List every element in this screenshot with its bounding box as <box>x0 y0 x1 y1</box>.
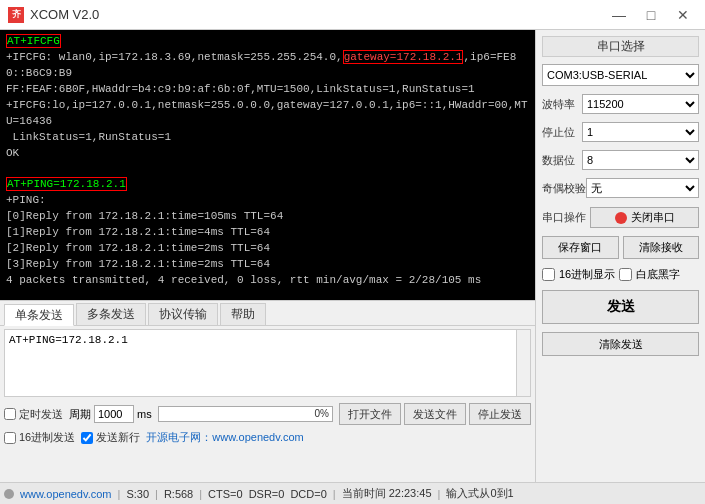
send-newline-label: 发送新行 <box>96 430 140 445</box>
terminal-line: AT+IFCFG <box>6 34 529 50</box>
send-button[interactable]: 发送 <box>542 290 699 324</box>
terminal-line: [1]Reply from 172.18.2.1:time=4ms TTL=64 <box>6 225 529 241</box>
main-area: AT+IFCFG +IFCFG: wlan0,ip=172.18.3.69,ne… <box>0 30 705 482</box>
app-title: XCOM V2.0 <box>30 7 99 22</box>
stopbit-select[interactable]: 1 <box>582 122 699 142</box>
parity-select[interactable]: 无 <box>586 178 699 198</box>
terminal-line <box>6 162 529 178</box>
input-scrollbar[interactable] <box>516 330 530 396</box>
file-btn-row: 打开文件 发送文件 停止发送 <box>339 403 531 425</box>
terminal-line: +IFCFG: wlan0,ip=172.18.3.69,netmask=255… <box>6 50 529 82</box>
status-cts: CTS=0 <box>208 488 243 500</box>
databit-label: 数据位 <box>542 153 582 168</box>
send-file-button[interactable]: 发送文件 <box>404 403 466 425</box>
timed-send-checkbox[interactable] <box>4 408 16 420</box>
action-btn-row: 保存窗口 清除接收 <box>542 236 699 259</box>
status-sep4: | <box>333 488 336 500</box>
status-sep3: | <box>199 488 202 500</box>
status-input-hint: 输入式从0到1 <box>446 486 513 501</box>
terminal-line: AT+PING=172.18.2.1 <box>6 177 529 193</box>
serial-ops-label: 串口操作 <box>542 210 586 225</box>
white-black-checkbox[interactable] <box>619 268 632 281</box>
close-serial-button[interactable]: 关闭串口 <box>590 207 699 228</box>
status-s: S:30 <box>126 488 149 500</box>
section-title: 串口选择 <box>542 36 699 57</box>
terminal-line: [3]Reply from 172.18.2.1:time=2ms TTL=64 <box>6 257 529 273</box>
app-icon: 齐 <box>8 7 24 23</box>
tab-protocol[interactable]: 协议传输 <box>148 303 218 325</box>
clear-send-button[interactable]: 清除发送 <box>542 332 699 356</box>
tab-help[interactable]: 帮助 <box>220 303 266 325</box>
hex-send-label: 16进制发送 <box>19 430 75 445</box>
cmd-at-ifcfg: AT+IFCFG <box>6 34 61 48</box>
parity-row: 奇偶校验 无 <box>542 178 699 198</box>
hex-send-checkbox[interactable] <box>4 432 16 444</box>
period-group: 周期 ms <box>69 405 152 423</box>
website-link: 开源电子网：www.openedv.com <box>146 430 304 445</box>
timed-send-checkbox-label[interactable]: 定时发送 <box>4 407 63 422</box>
hex16-display-checkbox[interactable] <box>542 268 555 281</box>
parity-label: 奇偶校验 <box>542 181 586 196</box>
timed-send-label: 定时发送 <box>19 407 63 422</box>
minimize-button[interactable]: — <box>605 5 633 25</box>
input-section: AT+PING=172.18.2.1 <box>4 329 531 397</box>
status-circle-item <box>4 489 14 499</box>
stopbit-row: 停止位 1 <box>542 122 699 142</box>
stopbit-label: 停止位 <box>542 125 582 140</box>
close-serial-label: 关闭串口 <box>631 210 675 225</box>
terminal-line: [0]Reply from 172.18.2.1:time=105ms TTL=… <box>6 209 529 225</box>
tab-multi-send[interactable]: 多条发送 <box>76 303 146 325</box>
title-bar: 齐 XCOM V2.0 — □ ✕ <box>0 0 705 30</box>
serial-ops-row: 串口操作 关闭串口 <box>542 207 699 228</box>
status-dcd: DCD=0 <box>290 488 326 500</box>
terminal-line: FF:FEAF:6B0F,HWaddr=b4:c9:b9:af:6b:0f,MT… <box>6 82 529 98</box>
terminal-line: OK <box>6 146 529 162</box>
gateway-highlight: gateway=172.18.2.1 <box>343 50 464 64</box>
baud-select[interactable]: 115200 <box>582 94 699 114</box>
save-window-button[interactable]: 保存窗口 <box>542 236 619 259</box>
progress-bar-container: 0% <box>158 406 333 422</box>
left-panel: AT+IFCFG +IFCFG: wlan0,ip=172.18.3.69,ne… <box>0 30 535 482</box>
status-sep5: | <box>438 488 441 500</box>
send-newline-checkbox-label[interactable]: 发送新行 <box>81 430 140 445</box>
close-button[interactable]: ✕ <box>669 5 697 25</box>
status-sep1: | <box>118 488 121 500</box>
status-indicator <box>4 489 14 499</box>
window-controls: — □ ✕ <box>605 5 697 25</box>
terminal-line: LinkStatus=1,RunStatus=1 <box>6 130 529 146</box>
hex16-display-label: 16进制显示 <box>559 267 615 282</box>
terminal-line: [2]Reply from 172.18.2.1:time=2ms TTL=64 <box>6 241 529 257</box>
send-input[interactable]: AT+PING=172.18.2.1 <box>5 330 516 396</box>
databit-select[interactable]: 8 <box>582 150 699 170</box>
terminal-area: AT+IFCFG +IFCFG: wlan0,ip=172.18.3.69,ne… <box>0 30 535 300</box>
baud-row: 波特率 115200 <box>542 94 699 114</box>
right-panel: 串口选择 COM3:USB-SERIAL 波特率 115200 停止位 1 数据… <box>535 30 705 482</box>
ms-label: ms <box>137 408 152 420</box>
stop-send-button[interactable]: 停止发送 <box>469 403 531 425</box>
status-bar: www.openedv.com | S:30 | R:568 | CTS=0 D… <box>0 482 705 504</box>
white-black-label: 白底黑字 <box>636 267 680 282</box>
terminal-line: +PING: <box>6 193 529 209</box>
databit-row: 数据位 8 <box>542 150 699 170</box>
ping-cmd-highlight: AT+PING=172.18.2.1 <box>6 177 127 191</box>
display-options-row: 16进制显示 白底黑字 <box>542 267 699 282</box>
hex-send-checkbox-label[interactable]: 16进制发送 <box>4 430 75 445</box>
terminal-line: +IFCFG:lo,ip=127.0.0.1,netmask=255.0.0.0… <box>6 98 529 130</box>
open-file-button[interactable]: 打开文件 <box>339 403 401 425</box>
status-website: www.openedv.com <box>20 488 112 500</box>
title-left: 齐 XCOM V2.0 <box>8 7 99 23</box>
serial-status-indicator <box>615 212 627 224</box>
status-dsr: DSR=0 <box>249 488 285 500</box>
maximize-button[interactable]: □ <box>637 5 665 25</box>
terminal-line <box>6 289 529 300</box>
tab-bar: 单条发送 多条发送 协议传输 帮助 <box>0 300 535 326</box>
tab-single-send[interactable]: 单条发送 <box>4 304 74 326</box>
progress-label: 0% <box>315 408 329 419</box>
period-input[interactable] <box>94 405 134 423</box>
port-select[interactable]: COM3:USB-SERIAL <box>542 64 699 86</box>
period-label: 周期 <box>69 407 91 422</box>
status-sep2: | <box>155 488 158 500</box>
clear-recv-button[interactable]: 清除接收 <box>623 236 700 259</box>
send-newline-checkbox[interactable] <box>81 432 93 444</box>
bottom-controls-row2: 16进制发送 发送新行 开源电子网：www.openedv.com <box>0 428 535 448</box>
